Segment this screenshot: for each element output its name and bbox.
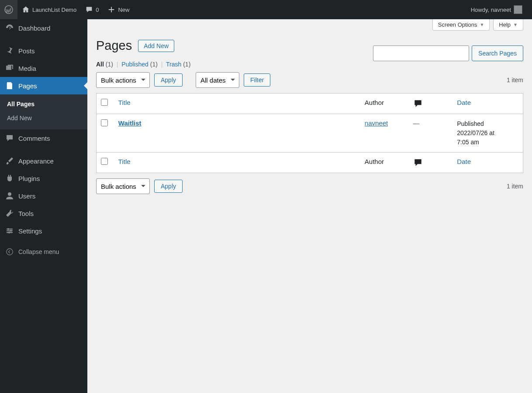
- page-title-link[interactable]: Waitlist: [118, 119, 142, 127]
- items-count-bottom: 1 item: [507, 183, 523, 190]
- dashboard-icon: [5, 24, 14, 32]
- menu-label: Pages: [18, 82, 37, 90]
- menu-label: Plugins: [18, 175, 40, 182]
- filter-button[interactable]: Filter: [244, 73, 270, 87]
- filter-trash[interactable]: Trash (1): [166, 61, 190, 68]
- separator: |: [159, 61, 165, 68]
- account-menu[interactable]: Howdy, navneet: [468, 5, 525, 14]
- row-checkbox[interactable]: [101, 119, 108, 126]
- menu-comments[interactable]: Comments: [0, 129, 87, 147]
- site-name-link[interactable]: LaunchList Demo: [17, 0, 81, 19]
- column-title-label: Title: [118, 99, 131, 106]
- column-title-footer[interactable]: Title: [114, 153, 360, 173]
- select-all-checkbox[interactable]: [101, 99, 108, 106]
- new-content-menu[interactable]: New: [103, 0, 134, 19]
- menu-media[interactable]: Media: [0, 59, 87, 77]
- screen-options-toggle[interactable]: Screen Options▼: [432, 19, 490, 31]
- column-comments-footer[interactable]: [409, 153, 453, 173]
- comments-icon: [5, 134, 14, 143]
- svg-rect-2: [7, 83, 11, 89]
- date-filter-wrap: All dates: [196, 72, 239, 88]
- add-new-page-button[interactable]: Add New: [138, 40, 174, 52]
- page-title: Pages: [96, 37, 132, 55]
- row-title-cell: Waitlist: [114, 114, 360, 153]
- menu-pages[interactable]: Pages: [0, 77, 87, 94]
- filter-trash-label: Trash: [166, 61, 181, 68]
- menu-label: Users: [18, 192, 35, 200]
- column-title-label: Title: [118, 158, 131, 165]
- main-content: Screen Options▼ Help▼ Pages Add New Sear…: [87, 19, 532, 393]
- plus-icon: [107, 6, 115, 14]
- row-author-cell: navneet: [360, 114, 409, 153]
- wrench-icon: [5, 209, 14, 218]
- filter-published-count: (1): [150, 61, 158, 68]
- column-date[interactable]: Date: [453, 94, 523, 114]
- admin-sidebar: Dashboard Posts Media Pages All Pages Ad…: [0, 19, 87, 393]
- filter-all-count: (1): [106, 61, 113, 68]
- collapse-menu[interactable]: Collapse menu: [0, 243, 87, 261]
- menu-label: Posts: [18, 47, 35, 55]
- menu-label: Tools: [18, 210, 34, 217]
- date-line2: 2022/07/26 at: [457, 129, 518, 138]
- author-link[interactable]: navneet: [365, 119, 388, 127]
- search-input[interactable]: [373, 45, 469, 61]
- svg-point-7: [7, 249, 13, 255]
- greeting-label: Howdy, navneet: [471, 7, 511, 13]
- date-filter-select[interactable]: All dates: [196, 72, 239, 88]
- chevron-down-icon: ▼: [480, 22, 484, 27]
- screen-options-label: Screen Options: [438, 21, 477, 28]
- select-all-checkbox-footer[interactable]: [101, 158, 108, 165]
- filter-all[interactable]: All (1): [96, 61, 113, 68]
- date-line3: 7:05 am: [457, 138, 518, 147]
- column-title[interactable]: Title: [114, 94, 360, 114]
- comments-shortcut[interactable]: 0: [81, 0, 103, 19]
- search-box: Search Pages: [373, 45, 523, 61]
- comment-bubble-icon: [413, 99, 449, 108]
- menu-label: Dashboard: [18, 24, 50, 32]
- menu-dashboard[interactable]: Dashboard: [0, 19, 87, 37]
- menu-users[interactable]: Users: [0, 187, 87, 205]
- menu-posts[interactable]: Posts: [0, 42, 87, 59]
- pages-table: Title Author Date Waitlist navneet —: [96, 93, 523, 173]
- column-author-label: Author: [365, 158, 384, 165]
- svg-point-4: [7, 228, 9, 230]
- apply-bulk-button[interactable]: Apply: [154, 73, 183, 87]
- apply-bulk-button-bottom[interactable]: Apply: [154, 180, 183, 193]
- search-pages-button[interactable]: Search Pages: [472, 45, 523, 61]
- help-toggle[interactable]: Help▼: [493, 19, 523, 31]
- plug-icon: [5, 174, 14, 183]
- svg-point-3: [8, 192, 11, 196]
- menu-label: Media: [18, 65, 36, 72]
- column-date-footer[interactable]: Date: [453, 153, 523, 173]
- submenu-add-new[interactable]: Add New: [0, 111, 87, 125]
- menu-tools[interactable]: Tools: [0, 205, 87, 222]
- menu-settings[interactable]: Settings: [0, 222, 87, 240]
- menu-plugins[interactable]: Plugins: [0, 170, 87, 187]
- select-all-header: [97, 94, 114, 114]
- date-status: Published: [457, 119, 518, 129]
- comment-bubble-icon: [413, 158, 449, 167]
- bulk-actions-wrap: Bulk actions: [96, 72, 150, 88]
- tablenav-bottom: Bulk actions Apply 1 item: [96, 178, 523, 194]
- column-comments[interactable]: [409, 94, 453, 114]
- pages-submenu: All Pages Add New: [0, 94, 87, 129]
- filter-published-label: Published: [121, 61, 149, 68]
- menu-label: Settings: [18, 227, 42, 235]
- site-name-label: LaunchList Demo: [32, 7, 76, 13]
- date-block: Published 2022/07/26 at 7:05 am: [457, 119, 518, 147]
- filter-published[interactable]: Published (1): [121, 61, 158, 68]
- bulk-actions-wrap-bottom: Bulk actions: [96, 178, 150, 194]
- brush-icon: [5, 157, 14, 165]
- wp-logo-menu[interactable]: [0, 0, 17, 19]
- pin-icon: [5, 46, 14, 55]
- row-date-cell: Published 2022/07/26 at 7:05 am: [453, 114, 523, 153]
- user-icon: [5, 191, 14, 200]
- separator: |: [115, 61, 120, 68]
- sliders-icon: [5, 226, 14, 235]
- menu-appearance[interactable]: Appearance: [0, 152, 87, 170]
- submenu-all-pages[interactable]: All Pages: [0, 97, 87, 111]
- bulk-actions-select-bottom[interactable]: Bulk actions: [96, 178, 150, 194]
- bulk-actions-select[interactable]: Bulk actions: [96, 72, 150, 88]
- user-avatar-icon: [514, 5, 522, 14]
- comments-count: 0: [96, 7, 99, 13]
